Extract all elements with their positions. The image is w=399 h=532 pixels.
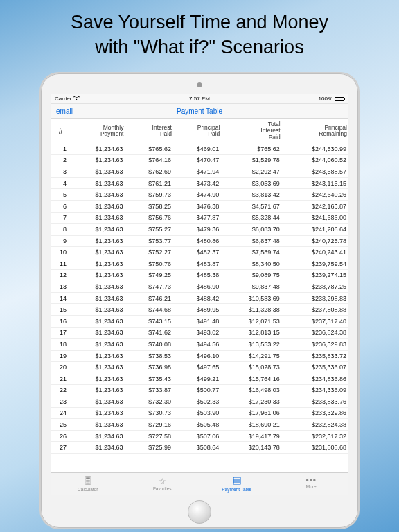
ipad-frame: Carrier 7:57 PM 100% email Payment Table — [39, 72, 360, 529]
more-icon: ••• — [305, 479, 317, 484]
tab-label: Favorites — [153, 486, 172, 491]
headline-line2: with "What if?" Scenarios — [95, 37, 303, 57]
table-row: 17$1,234.63$741.62$493.02$12,813.15$236,… — [51, 327, 348, 339]
email-button[interactable]: email — [56, 107, 73, 115]
table-body: 1$1,234.63$765.62$469.01$765.62$244,530.… — [51, 143, 348, 454]
svg-point-4 — [89, 480, 89, 481]
table-row: 23$1,234.63$732.30$502.33$17,230.33$233,… — [51, 396, 348, 408]
list-icon — [233, 477, 241, 486]
col-remaining: PrincipalRemaining — [282, 119, 348, 143]
table-row: 1$1,234.63$765.62$469.01$765.62$244,530.… — [51, 143, 348, 155]
svg-point-10 — [89, 483, 89, 484]
table-row: 12$1,234.63$749.25$485.38$9,089.75$239,2… — [51, 269, 348, 281]
table-row: 26$1,234.63$727.58$507.06$19,417.79$232,… — [51, 430, 348, 442]
svg-rect-1 — [86, 477, 90, 479]
svg-point-5 — [86, 481, 87, 482]
table-row: 2$1,234.63$764.16$470.47$1,529.78$244,06… — [51, 154, 348, 166]
table-header-row: # MonthlyPayment InterestPaid PrincipalP… — [51, 119, 348, 143]
svg-point-2 — [86, 480, 87, 481]
svg-point-9 — [87, 483, 88, 484]
device-camera — [197, 82, 202, 87]
table-row: 8$1,234.63$755.27$479.36$6,083.70$241,20… — [51, 224, 348, 236]
device-screen: Carrier 7:57 PM 100% email Payment Table — [51, 94, 348, 495]
table-row: 13$1,234.63$747.73$486.90$9,837.48$238,7… — [51, 281, 348, 293]
tab-more[interactable]: ••• More — [274, 473, 349, 495]
table-row: 5$1,234.63$759.73$474.90$3,813.42$242,64… — [51, 189, 348, 201]
status-time: 7:57 PM — [189, 96, 210, 102]
headline-line1: Save Yourself Time and Money — [71, 12, 328, 33]
table-row: 3$1,234.63$762.69$471.94$2,292.47$243,58… — [51, 166, 348, 178]
table-row: 25$1,234.63$729.16$505.48$18,690.21$232,… — [51, 419, 348, 431]
payment-table: # MonthlyPayment InterestPaid PrincipalP… — [51, 119, 348, 454]
battery-icon — [335, 97, 344, 101]
wifi-icon — [73, 96, 80, 102]
table-row: 11$1,234.63$750.76$483.87$8,340.50$239,7… — [51, 258, 348, 269]
table-row: 15$1,234.63$744.68$489.95$11,328.38$237,… — [51, 304, 348, 316]
table-row: 18$1,234.63$740.08$494.56$13,553.22$236,… — [51, 339, 348, 351]
table-row: 6$1,234.63$758.25$476.38$4,571.67$242,16… — [51, 201, 348, 213]
col-num: # — [51, 119, 71, 143]
table-row: 4$1,234.63$761.21$473.42$3,053.69$243,11… — [51, 177, 348, 189]
col-monthly: MonthlyPayment — [71, 119, 125, 143]
table-row: 10$1,234.63$752.27$482.37$7,589.74$240,2… — [51, 247, 348, 258]
table-row: 21$1,234.63$735.43$499.21$15,764.16$234,… — [51, 373, 348, 384]
calculator-icon — [84, 476, 92, 486]
table-row: 19$1,234.63$738.53$496.10$14,291.75$235,… — [51, 350, 348, 362]
table-row: 7$1,234.63$756.76$477.87$5,328.44$241,68… — [51, 212, 348, 224]
tab-label: Payment Table — [222, 487, 251, 492]
promo-headline: Save Yourself Time and Money with "What … — [0, 0, 399, 60]
battery-label: 100% — [319, 96, 332, 102]
col-interest: InterestPaid — [125, 119, 172, 143]
star-icon: ☆ — [159, 477, 166, 486]
svg-point-8 — [86, 483, 87, 484]
svg-point-6 — [87, 481, 88, 482]
home-button[interactable] — [188, 500, 211, 524]
nav-bar: email Payment Table — [51, 104, 348, 119]
tab-bar: Calculator ☆ Favorites Payment Table •••… — [51, 472, 348, 495]
status-bar: Carrier 7:57 PM 100% — [51, 94, 348, 104]
tab-label: More — [306, 484, 317, 489]
tab-calculator[interactable]: Calculator — [51, 473, 125, 495]
table-row: 22$1,234.63$733.87$500.77$16,498.03$234,… — [51, 384, 348, 396]
tab-label: Calculator — [78, 487, 98, 492]
payment-table-wrap[interactable]: # MonthlyPayment InterestPaid PrincipalP… — [51, 119, 348, 472]
col-total-interest: TotalInterestPaid — [221, 119, 281, 143]
table-row: 16$1,234.63$743.15$491.48$12,071.53$237,… — [51, 315, 348, 327]
table-row: 14$1,234.63$746.21$488.42$10,583.69$238,… — [51, 292, 348, 304]
promo-background: Save Yourself Time and Money with "What … — [0, 0, 399, 532]
table-row: 24$1,234.63$730.73$503.90$17,961.06$233,… — [51, 407, 348, 419]
tab-favorites[interactable]: ☆ Favorites — [125, 473, 200, 495]
svg-point-7 — [89, 481, 89, 482]
carrier-label: Carrier — [55, 96, 71, 102]
svg-point-3 — [87, 480, 88, 481]
col-principal: PrincipalPaid — [173, 119, 221, 143]
table-row: 27$1,234.63$725.99$508.64$20,143.78$231,… — [51, 442, 348, 454]
tab-payment-table[interactable]: Payment Table — [200, 473, 274, 495]
table-row: 20$1,234.63$736.98$497.65$15,028.73$235,… — [51, 362, 348, 373]
nav-title: Payment Table — [177, 107, 222, 115]
table-row: 9$1,234.63$753.77$480.86$6,837.48$240,72… — [51, 235, 348, 247]
